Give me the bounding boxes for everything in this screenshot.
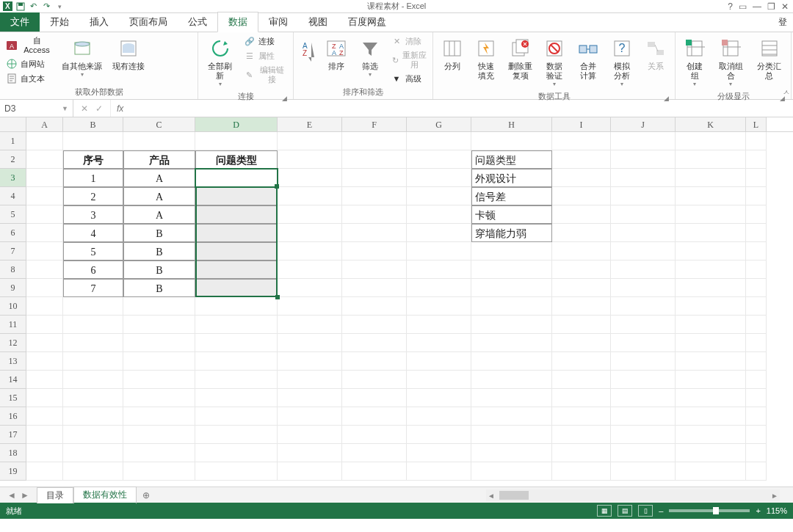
cell-C17[interactable] (123, 426, 195, 444)
cell-J10[interactable] (611, 297, 676, 316)
from-other-button[interactable]: 自其他来源▾ (59, 35, 105, 80)
cell-K18[interactable] (676, 444, 746, 462)
clear-filter-button[interactable]: ✕清除 (389, 35, 428, 48)
cell-H18[interactable] (471, 444, 552, 462)
data-validation-button[interactable]: 数据验证▾ (540, 35, 569, 90)
cell-I12[interactable] (552, 334, 611, 352)
cell-D1[interactable] (195, 132, 278, 150)
cell-B17[interactable] (63, 426, 123, 444)
cell-A1[interactable] (26, 132, 63, 150)
cell-I5[interactable] (552, 205, 611, 224)
cell-A4[interactable] (26, 187, 63, 205)
cell-I18[interactable] (552, 444, 611, 462)
cell-L10[interactable] (746, 297, 767, 316)
dialog-launcher-icon[interactable]: ◢ (664, 95, 669, 102)
zoom-level[interactable]: 115% (767, 506, 787, 515)
cell-D15[interactable] (195, 389, 278, 407)
cell-E3[interactable] (278, 169, 342, 187)
cell-D17[interactable] (195, 426, 278, 444)
cell-E10[interactable] (278, 297, 342, 316)
subtotal-button[interactable]: 分类汇总 (753, 35, 787, 82)
cell-B2[interactable]: 序号 (63, 150, 123, 169)
col-header-H[interactable]: H (471, 117, 552, 131)
tab-formulas[interactable]: 公式 (178, 12, 217, 32)
cell-G16[interactable] (407, 407, 471, 426)
relationships-button[interactable]: 关系 (641, 35, 670, 73)
worksheet-grid[interactable]: ABCDEFGHIJKL 12序号产品问题类型问题类型31A外观设计42A信号差… (0, 117, 793, 487)
text-to-columns-button[interactable]: 分列 (438, 35, 467, 73)
cell-H2[interactable]: 问题类型 (471, 150, 552, 169)
cell-G10[interactable] (407, 297, 471, 316)
cell-K19[interactable] (676, 462, 746, 481)
zoom-in-icon[interactable]: + (756, 506, 760, 515)
cell-E2[interactable] (278, 150, 342, 169)
cell-J18[interactable] (611, 444, 676, 462)
cell-F7[interactable] (342, 242, 407, 260)
cell-L12[interactable] (746, 334, 767, 352)
cell-J7[interactable] (611, 242, 676, 260)
select-all-corner[interactable] (0, 117, 26, 131)
cell-A18[interactable] (26, 444, 63, 462)
cell-E16[interactable] (278, 407, 342, 426)
reapply-button[interactable]: ↻重新应用 (389, 50, 428, 70)
tab-view[interactable]: 视图 (298, 12, 338, 32)
cell-B14[interactable] (63, 371, 123, 389)
tab-file[interactable]: 文件 (0, 12, 40, 32)
cell-J11[interactable] (611, 316, 676, 334)
cell-A6[interactable] (26, 224, 63, 242)
cell-F8[interactable] (342, 260, 407, 279)
cell-K16[interactable] (676, 407, 746, 426)
tab-home[interactable]: 开始 (40, 12, 79, 32)
cell-A9[interactable] (26, 279, 63, 297)
cell-J4[interactable] (611, 187, 676, 205)
cell-L17[interactable] (746, 426, 767, 444)
cell-G11[interactable] (407, 316, 471, 334)
cell-I7[interactable] (552, 242, 611, 260)
col-header-I[interactable]: I (552, 117, 611, 131)
sort-az-button[interactable]: AZ (298, 35, 317, 72)
cell-F9[interactable] (342, 279, 407, 297)
cell-H5[interactable]: 卡顿 (471, 205, 552, 224)
cell-C12[interactable] (123, 334, 195, 352)
tab-baidu[interactable]: 百度网盘 (338, 12, 396, 32)
cell-D6[interactable] (195, 224, 278, 242)
sheet-tab-active[interactable]: 数据有效性 (73, 487, 137, 504)
cell-A14[interactable] (26, 371, 63, 389)
cell-E12[interactable] (278, 334, 342, 352)
cell-D18[interactable] (195, 444, 278, 462)
zoom-out-icon[interactable]: – (659, 506, 663, 515)
cell-J9[interactable] (611, 279, 676, 297)
row-header-17[interactable]: 17 (0, 426, 26, 444)
cell-B7[interactable]: 5 (63, 242, 123, 260)
cell-C4[interactable]: A (123, 187, 195, 205)
cell-C10[interactable] (123, 297, 195, 316)
cell-K9[interactable] (676, 279, 746, 297)
row-header-7[interactable]: 7 (0, 242, 26, 260)
cell-K14[interactable] (676, 371, 746, 389)
cell-K7[interactable] (676, 242, 746, 260)
cell-B10[interactable] (63, 297, 123, 316)
from-access-button[interactable]: A自 Access (4, 35, 54, 56)
cell-D7[interactable] (195, 242, 278, 260)
scroll-right-icon[interactable]: ► (770, 492, 780, 500)
cell-A2[interactable] (26, 150, 63, 169)
cell-I13[interactable] (552, 352, 611, 371)
cell-D19[interactable] (195, 462, 278, 481)
cell-C8[interactable]: B (123, 260, 195, 279)
cell-I11[interactable] (552, 316, 611, 334)
cell-B11[interactable] (63, 316, 123, 334)
cell-C15[interactable] (123, 389, 195, 407)
cell-K10[interactable] (676, 297, 746, 316)
enter-icon[interactable]: ✓ (95, 103, 103, 114)
ribbon-options-icon[interactable]: ▭ (739, 1, 747, 12)
col-header-B[interactable]: B (63, 117, 123, 131)
cell-B12[interactable] (63, 334, 123, 352)
cell-K8[interactable] (676, 260, 746, 279)
cell-H10[interactable] (471, 297, 552, 316)
cell-J3[interactable] (611, 169, 676, 187)
row-header-19[interactable]: 19 (0, 462, 26, 481)
cell-G15[interactable] (407, 389, 471, 407)
cell-B5[interactable]: 3 (63, 205, 123, 224)
edit-links-button[interactable]: ✎编辑链接 (242, 65, 289, 85)
cell-L16[interactable] (746, 407, 767, 426)
